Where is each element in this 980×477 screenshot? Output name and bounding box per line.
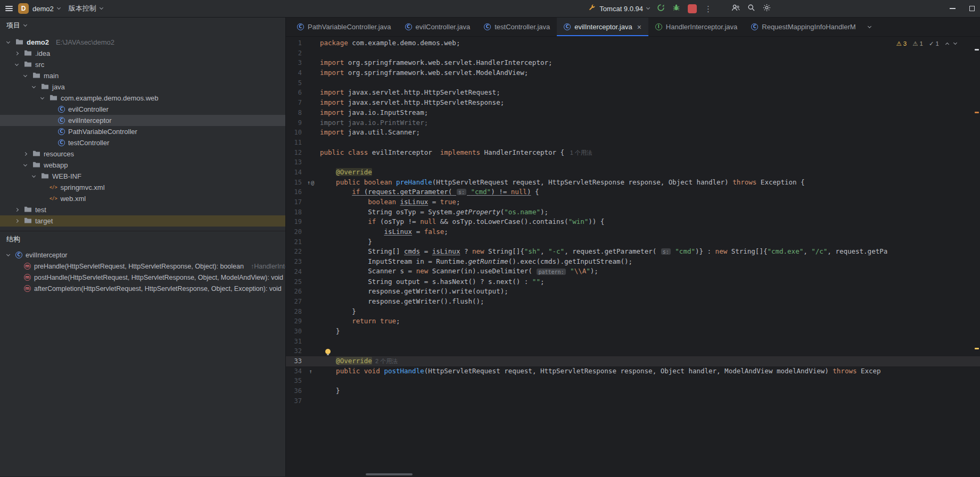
close-tab-icon[interactable]: × <box>637 23 641 31</box>
code-line[interactable]: 31 <box>286 337 980 347</box>
editor-tab[interactable]: CevilController.java <box>398 18 477 36</box>
project-tree-item[interactable]: WEB-INF <box>0 171 285 182</box>
weak-warnings-indicator[interactable]: ⚠ 1 <box>912 40 923 47</box>
code-line[interactable]: 19 if (osTyp != null && osTyp.toLowerCas… <box>286 217 980 227</box>
project-tree-item[interactable]: CevilInterceptor <box>0 115 285 126</box>
chevron-down-icon[interactable] <box>13 64 21 65</box>
project-tree-item[interactable]: java <box>0 81 285 93</box>
stripe-mark[interactable] <box>975 348 979 349</box>
code-line[interactable]: 37 <box>286 396 980 406</box>
project-tree-item[interactable]: demo2E:\JAVAsec\demo2 <box>0 37 285 48</box>
code-line[interactable]: 21 } <box>286 237 980 247</box>
project-tree-item[interactable]: main <box>0 70 285 81</box>
editor-code[interactable]: ⚠ 3 ⚠ 1 ✓ 1 1package com.example.demo.de <box>286 37 980 476</box>
project-tree-item[interactable]: target <box>0 215 285 227</box>
code-line[interactable]: 5 <box>286 78 980 88</box>
code-line[interactable]: 27 response.getWriter().flush(); <box>286 297 980 307</box>
chevron-down-icon[interactable] <box>4 255 12 256</box>
code-line[interactable]: 11 <box>286 138 980 148</box>
run-configuration-selector[interactable]: Tomcat 9.0.94 <box>588 4 649 14</box>
chevron-down-icon[interactable] <box>38 98 46 99</box>
code-line[interactable]: 35 <box>286 376 980 386</box>
chevron-down-icon[interactable] <box>21 165 29 166</box>
code-line[interactable]: 18 String osTyp = System.getProperty("os… <box>286 207 980 217</box>
chevron-down-icon[interactable] <box>30 87 38 88</box>
code-line[interactable]: 23 InputStream in = Runtime.getRuntime()… <box>286 257 980 267</box>
editor-tab[interactable]: IHandlerInterceptor.java <box>648 18 744 36</box>
project-tree-item[interactable]: .idea <box>0 48 285 59</box>
structure-item[interactable]: mpostHandle(HttpServletRequest, HttpServ… <box>0 272 285 283</box>
code-line[interactable]: 4import org.springframework.web.servlet.… <box>286 68 980 78</box>
code-line[interactable]: 14 @Override <box>286 168 980 178</box>
chevron-right-icon[interactable] <box>13 52 21 55</box>
code-line[interactable]: 9import java.io.PrintWriter; <box>286 118 980 128</box>
search-everywhere-button[interactable] <box>747 4 755 14</box>
usages-hint[interactable]: 2 个用法 <box>372 358 398 364</box>
code-line[interactable]: 2 <box>286 48 980 58</box>
rerun-button[interactable] <box>657 4 665 14</box>
code-line[interactable]: 29 return true; <box>286 316 980 327</box>
project-tree-item[interactable]: webapp <box>0 160 285 171</box>
code-line[interactable]: 13 <box>286 157 980 168</box>
main-menu-button[interactable] <box>5 6 13 11</box>
project-tree-item[interactable]: com.example.demo.demos.web <box>0 93 285 104</box>
code-line[interactable]: 7import javax.servlet.http.HttpServletRe… <box>286 98 980 108</box>
code-line[interactable]: 36 } <box>286 386 980 396</box>
code-line[interactable]: 26 response.getWriter().write(output); <box>286 287 980 297</box>
horizontal-scrollbar[interactable] <box>366 473 413 475</box>
project-tree-item[interactable]: resources <box>0 148 285 160</box>
editor-tab[interactable]: CevilInterceptor.java× <box>557 18 648 36</box>
code-line[interactable]: 16 if (request.getParameter( s: "cmd") !… <box>286 187 980 197</box>
gutter-override-icon[interactable]: ↑ <box>302 366 320 376</box>
next-problem-button[interactable] <box>953 41 957 45</box>
code-line[interactable]: 8import java.io.InputStream; <box>286 108 980 118</box>
stripe-mark[interactable] <box>975 49 979 51</box>
gutter-override-icon[interactable]: ↑@ <box>302 178 320 188</box>
code-line[interactable]: 32 <box>286 346 980 356</box>
code-line[interactable]: 33 @Override 2 个用法 <box>286 356 980 366</box>
code-line[interactable]: 28 } <box>286 307 980 317</box>
chevron-down-icon[interactable] <box>4 42 12 43</box>
structure-panel-header[interactable]: 结构 <box>0 231 285 247</box>
project-selector[interactable]: D demo2 <box>18 3 60 14</box>
chevron-down-icon[interactable] <box>21 76 29 77</box>
code-line[interactable]: 1package com.example.demo.demos.web; <box>286 38 980 48</box>
structure-item[interactable]: CevilInterceptor <box>0 249 285 261</box>
more-actions-button[interactable]: ⋮ <box>704 5 712 13</box>
hidden-tabs-button[interactable] <box>863 18 876 36</box>
project-tree-item[interactable]: test <box>0 204 285 215</box>
structure-item[interactable]: mafterCompletion(HttpServletRequest, Htt… <box>0 283 285 294</box>
project-tree-item[interactable]: </>springmvc.xml <box>0 182 285 193</box>
project-tree-item[interactable]: CPathVariableController <box>0 126 285 137</box>
warnings-indicator[interactable]: ⚠ 3 <box>896 40 907 47</box>
editor-tab[interactable]: CtestController.java <box>477 18 557 36</box>
settings-button[interactable] <box>763 4 771 14</box>
project-tree-item[interactable]: src <box>0 59 285 70</box>
code-line[interactable]: 17 boolean isLinux = true; <box>286 197 980 207</box>
code-line[interactable]: 15↑@ public boolean preHandle(HttpServle… <box>286 178 980 188</box>
vcs-widget[interactable]: 版本控制 <box>69 4 103 13</box>
code-line[interactable]: 24 Scanner s = new Scanner(in).useDelimi… <box>286 267 980 277</box>
code-line[interactable]: 3import org.springframework.web.servlet.… <box>286 58 980 68</box>
maximize-button[interactable] <box>969 6 975 11</box>
code-line[interactable]: 30 } <box>286 327 980 337</box>
code-line[interactable]: 25 String output = s.hasNext() ? s.next(… <box>286 277 980 287</box>
code-line[interactable]: 20 isLinux = false; <box>286 227 980 237</box>
code-line[interactable]: 10import java.util.Scanner; <box>286 128 980 138</box>
chevron-down-icon[interactable] <box>30 176 38 177</box>
code-line[interactable]: 12public class evilInterceptor implement… <box>286 148 980 158</box>
project-tree-item[interactable]: CtestController <box>0 137 285 148</box>
project-tree-item[interactable]: </>web.xml <box>0 193 285 204</box>
previous-problem-button[interactable] <box>945 43 949 46</box>
stripe-mark[interactable] <box>975 112 979 113</box>
code-line[interactable]: 6import javax.servlet.http.HttpServletRe… <box>286 88 980 98</box>
editor-tab[interactable]: CPathVariableController.java <box>290 18 398 36</box>
minimize-button[interactable] <box>950 8 956 9</box>
stop-button[interactable] <box>688 4 697 13</box>
code-with-me-button[interactable] <box>731 4 740 14</box>
intention-bulb-icon[interactable] <box>325 349 331 354</box>
project-panel-header[interactable]: 项目 <box>0 18 285 34</box>
checks-indicator[interactable]: ✓ 1 <box>929 40 939 47</box>
debug-button[interactable] <box>672 4 680 14</box>
usages-hint[interactable]: 1 个用法 <box>569 149 592 156</box>
